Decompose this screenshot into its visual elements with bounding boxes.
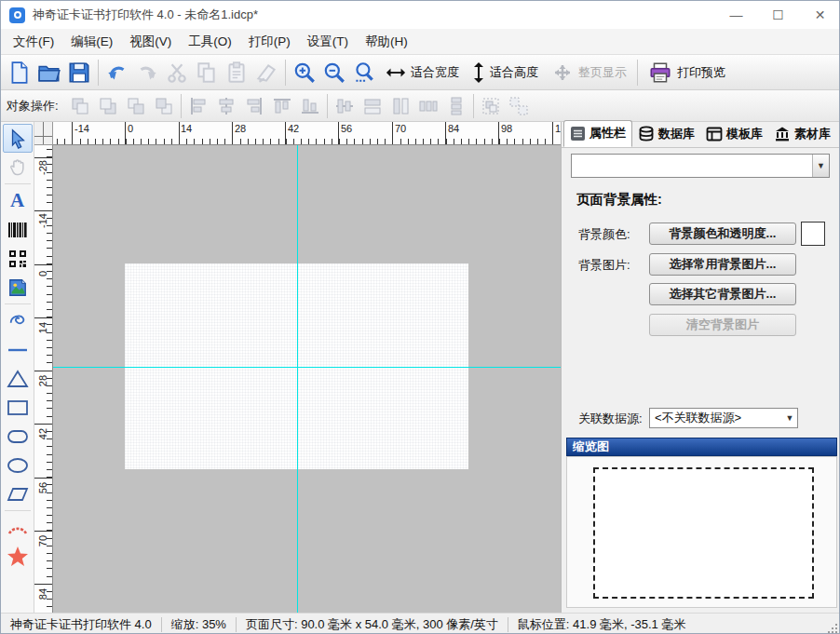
distribute-v-button[interactable]: [442, 93, 470, 119]
barcode-tool-button[interactable]: [3, 215, 33, 244]
line-tool-button[interactable]: [3, 335, 33, 364]
tab-properties[interactable]: 属性栏: [563, 120, 632, 147]
bring-to-front-button[interactable]: [66, 93, 94, 119]
ellipse-tool-button[interactable]: [3, 451, 33, 479]
align-top-button[interactable]: [268, 93, 296, 119]
cut-button[interactable]: [162, 58, 192, 88]
menu-view[interactable]: 视图(V): [121, 30, 180, 54]
align-vcenter-button[interactable]: [331, 93, 359, 119]
qrcode-tool-button[interactable]: [3, 244, 33, 273]
align-hcenter-button[interactable]: [212, 93, 240, 119]
send-to-back-button[interactable]: [94, 93, 122, 119]
close-button[interactable]: ✕: [799, 1, 840, 29]
text-tool-button[interactable]: A: [3, 186, 33, 215]
new-file-icon: [7, 61, 32, 85]
zoom-out-button[interactable]: [319, 58, 349, 88]
undo-button[interactable]: [102, 58, 132, 88]
align-right-button[interactable]: [240, 93, 268, 119]
minimize-button[interactable]: —: [715, 1, 757, 29]
copy-button[interactable]: [192, 58, 222, 88]
zoom-ratio-icon: [352, 61, 376, 85]
menu-bar: 文件(F) 编辑(E) 视图(V) 工具(O) 打印(P) 设置(T) 帮助(H…: [1, 29, 840, 55]
select-tool-button[interactable]: [3, 124, 33, 153]
align-left-button[interactable]: [184, 93, 212, 119]
tab-templates[interactable]: 模板库: [700, 122, 768, 147]
menu-edit[interactable]: 编辑(E): [62, 30, 121, 54]
v-ruler-label: 0: [37, 264, 48, 283]
thumbnail-page-preview[interactable]: [593, 467, 814, 599]
bg-color-button[interactable]: 背景颜色和透明度...: [649, 223, 796, 245]
open-file-button[interactable]: [34, 58, 64, 88]
rounded-rect-tool-button[interactable]: [3, 422, 33, 451]
clear-bg-button[interactable]: 清空背景图片: [649, 314, 796, 336]
fit-page-button[interactable]: 整页显示: [545, 58, 633, 88]
menu-file[interactable]: 文件(F): [5, 30, 62, 54]
chevron-down-icon: ▼: [782, 413, 797, 423]
database-icon: [638, 126, 655, 142]
object-selector-combobox[interactable]: ▼: [571, 154, 830, 178]
menu-settings[interactable]: 设置(T): [299, 30, 357, 54]
fit-width-button[interactable]: 适合宽度: [379, 58, 466, 88]
redo-button[interactable]: [132, 58, 162, 88]
tab-materials[interactable]: 素材库: [768, 122, 836, 147]
save-button[interactable]: [64, 58, 94, 88]
paste-button[interactable]: [222, 58, 251, 88]
equal-height-button[interactable]: [386, 93, 414, 119]
undo-icon: [105, 61, 129, 85]
bg-image-label: 背景图片:: [578, 257, 630, 274]
status-zoom: 缩放: 35%: [162, 616, 236, 633]
title-bar: 神奇证卡证书打印软件 4.0 - 未命名1.idcp* — ☐ ✕: [1, 1, 840, 29]
tab-database[interactable]: 数据库: [632, 122, 700, 147]
equal-width-button[interactable]: [359, 93, 386, 119]
thumbnail-area: [566, 456, 837, 608]
chevron-down-icon[interactable]: ▼: [812, 155, 829, 177]
seal-tool-button[interactable]: [3, 513, 33, 542]
cut-icon: [165, 61, 189, 85]
object-selector-value: [572, 155, 812, 177]
qrcode-icon: [8, 250, 27, 268]
menu-print[interactable]: 打印(P): [240, 30, 299, 54]
select-other-bg-button[interactable]: 选择其它背景图片...: [649, 283, 796, 305]
parallelogram-tool-button[interactable]: [3, 479, 33, 508]
horizontal-guide-line: [53, 367, 561, 368]
send-backward-button[interactable]: [150, 93, 178, 119]
distribute-h-button[interactable]: [414, 93, 442, 119]
bring-forward-button[interactable]: [122, 93, 150, 119]
select-arrow-icon: [7, 128, 28, 149]
star-tool-button[interactable]: [3, 542, 33, 571]
select-common-bg-button[interactable]: 选择常用背景图片...: [649, 253, 796, 276]
zoom-ratio-button[interactable]: [349, 58, 379, 88]
barcode-icon: [7, 221, 28, 239]
group-button[interactable]: [477, 93, 505, 119]
ungroup-button[interactable]: [505, 93, 533, 119]
new-file-button[interactable]: [5, 58, 34, 88]
h-ruler-label: 56: [341, 123, 352, 134]
tab-materials-label: 素材库: [794, 126, 831, 142]
design-canvas[interactable]: [53, 145, 561, 613]
print-preview-button[interactable]: 打印预览: [642, 58, 732, 88]
menu-tools[interactable]: 工具(O): [180, 30, 240, 54]
menu-help[interactable]: 帮助(H): [357, 30, 416, 54]
open-folder-icon: [37, 61, 61, 85]
datasource-select[interactable]: <不关联数据源> ▼: [649, 408, 798, 428]
right-panel: 属性栏 数据库 模板库 素材库 ▼ 页面背景属性: 背景颜色: 背景颜色和透明度…: [561, 122, 840, 613]
status-page-size: 页面尺寸: 90.0 毫米 x 54.0 毫米, 300 像素/英寸: [237, 616, 508, 633]
zoom-in-button[interactable]: [290, 58, 319, 88]
delete-icon: [254, 61, 278, 85]
resize-grip-icon[interactable]: [826, 622, 839, 634]
triangle-tool-button[interactable]: [3, 364, 33, 393]
bank-icon: [774, 126, 791, 142]
v-ruler-label: 70: [37, 532, 48, 550]
workspace: A -14014284256708498112 -28-140142842567…: [1, 122, 840, 613]
align-bottom-button[interactable]: [296, 93, 324, 119]
rectangle-tool-button[interactable]: [3, 393, 33, 422]
maximize-button[interactable]: ☐: [757, 1, 799, 29]
image-icon: [7, 277, 28, 298]
text-icon: A: [10, 189, 24, 212]
pan-tool-button[interactable]: [3, 153, 33, 182]
delete-button[interactable]: [251, 58, 281, 88]
bg-color-swatch[interactable]: [801, 222, 825, 246]
image-tool-button[interactable]: [3, 273, 33, 302]
curve-tool-button[interactable]: [3, 306, 33, 335]
fit-height-button[interactable]: 适合高度: [466, 58, 545, 88]
